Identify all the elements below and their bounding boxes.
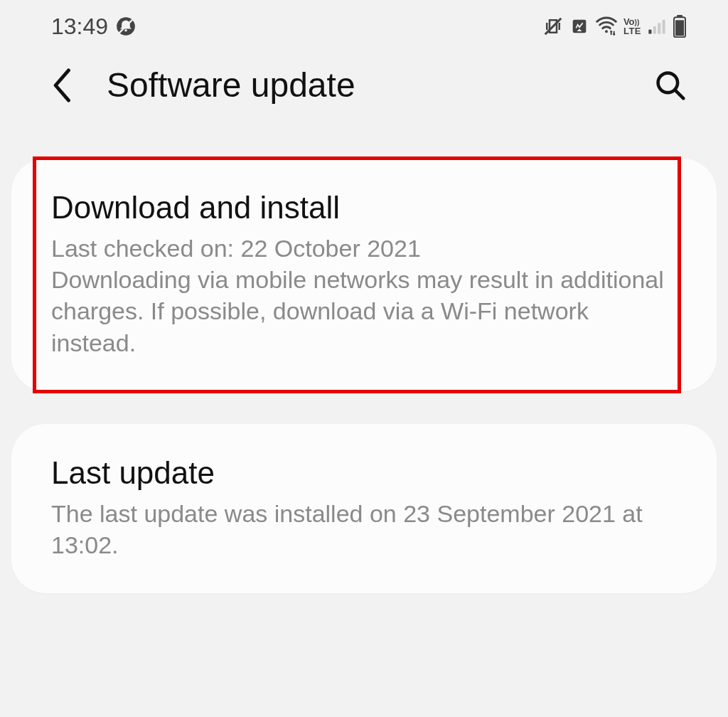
download-install-wrapper: Download and install Last checked on: 22…	[11, 159, 717, 391]
svg-rect-8	[663, 20, 665, 34]
svg-rect-7	[658, 23, 660, 33]
download-install-title: Download and install	[51, 190, 677, 225]
download-install-card[interactable]: Download and install Last checked on: 22…	[11, 159, 717, 391]
volte-icon: Vo)) LTE	[623, 17, 641, 36]
svg-rect-6	[653, 26, 656, 34]
last-update-title: Last update	[51, 455, 677, 491]
signal-icon	[647, 16, 667, 36]
dnd-icon	[115, 16, 136, 37]
last-update-card[interactable]: Last update The last update was installe…	[11, 424, 717, 593]
back-button[interactable]	[47, 70, 78, 101]
cards-container: Download and install Last checked on: 22…	[0, 159, 728, 593]
download-install-subtitle: Last checked on: 22 October 2021 Downloa…	[51, 233, 677, 358]
status-right: Vo)) LTE	[542, 15, 687, 38]
page-title: Software update	[107, 65, 624, 105]
vibrate-icon	[542, 16, 564, 37]
status-time: 13:49	[51, 14, 108, 40]
data-saver-icon	[569, 16, 589, 36]
last-checked-text: Last checked on: 22 October 2021	[51, 235, 421, 262]
wifi-icon	[595, 15, 618, 38]
svg-rect-11	[675, 20, 684, 36]
battery-icon	[673, 15, 687, 38]
status-bar: 13:49	[0, 0, 728, 48]
app-bar: Software update	[0, 48, 728, 133]
last-update-info: The last update was installed on 23 Sept…	[51, 498, 677, 561]
svg-line-13	[675, 90, 683, 98]
download-warning-text: Downloading via mobile networks may resu…	[51, 266, 664, 356]
search-button[interactable]	[653, 68, 688, 103]
status-left: 13:49	[51, 14, 136, 40]
svg-point-1	[124, 29, 127, 32]
svg-rect-5	[648, 30, 651, 34]
